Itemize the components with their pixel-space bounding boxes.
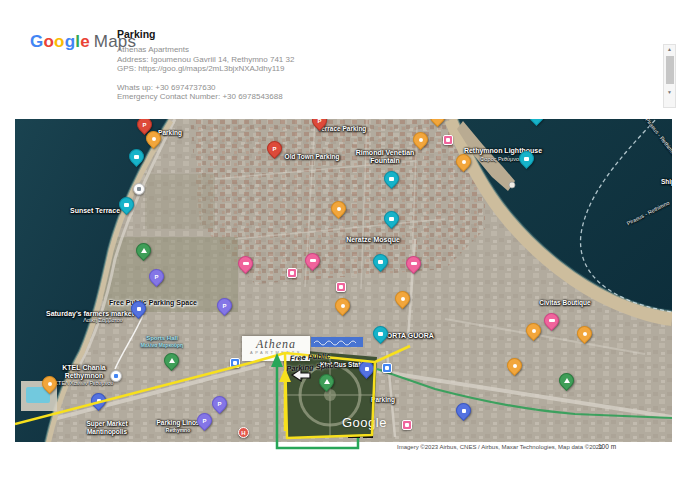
bus-icon: [339, 285, 343, 289]
letter-glyph: P: [268, 142, 281, 155]
attraction-camera-pin[interactable]: [380, 208, 401, 229]
attraction-camera-pin[interactable]: [125, 146, 146, 167]
store-pin[interactable]: [452, 400, 473, 421]
poi-pin-orange[interactable]: [331, 295, 352, 316]
store-pin[interactable]: [87, 390, 108, 411]
poi-pin-orange[interactable]: [426, 119, 447, 127]
letter-glyph: P: [198, 414, 211, 427]
header-info: Parking Athenas ApartmentsAddress: Igoum…: [117, 28, 294, 102]
property-info-lines: Athenas ApartmentsAddress: Igoumenou Gav…: [117, 45, 294, 74]
park-pin[interactable]: [555, 370, 576, 391]
parking-pin-red[interactable]: P: [308, 119, 329, 131]
letter-glyph: H: [239, 428, 248, 437]
hotel-pin[interactable]: [234, 253, 255, 274]
google-logo-letters: Google: [30, 32, 90, 51]
map-attribution: Imagery ©2023 Airbus, CNES / Airbus, Max…: [397, 444, 603, 450]
poi-pin-orange[interactable]: [409, 129, 430, 150]
attraction-camera-pin[interactable]: [369, 251, 390, 272]
attraction-camera-pin[interactable]: [115, 194, 136, 215]
logo-letter: G: [30, 32, 43, 51]
header-info-line: Athenas Apartments: [117, 45, 294, 55]
dot-icon: [400, 297, 404, 301]
park-pin[interactable]: [132, 240, 153, 261]
attraction-camera-pin[interactable]: [515, 148, 536, 169]
letter-glyph: P: [138, 119, 151, 131]
poi-pin-orange[interactable]: [573, 323, 594, 344]
bus-icon: [233, 361, 237, 365]
attraction-camera-pin[interactable]: [369, 323, 390, 344]
hotel-pin[interactable]: [540, 310, 561, 331]
dot-icon: [336, 207, 340, 211]
lodging-marker[interactable]: [336, 282, 346, 292]
dot-icon: [531, 329, 535, 333]
poi-pin-orange[interactable]: [327, 198, 348, 219]
camera-icon: [378, 260, 383, 264]
logo-letter: g: [65, 32, 76, 51]
parking-pin-purple[interactable]: P: [208, 393, 229, 414]
store-pin[interactable]: [355, 358, 376, 379]
parking-pin-purple[interactable]: P: [193, 410, 214, 431]
camera-icon: [124, 203, 129, 207]
bus-icon: [290, 271, 294, 275]
bed-icon: [410, 262, 416, 265]
header-info-line: Address: Igoumenou Gavriil 14, Rethymno …: [117, 55, 294, 65]
lodging-marker[interactable]: [443, 135, 453, 145]
document-page: GoogleMaps Parking Athenas ApartmentsAdd…: [0, 0, 700, 500]
poi-circle-pin[interactable]: [110, 370, 122, 382]
header-info-line: Whats up: +30 6974737630: [117, 83, 294, 93]
camera-icon: [134, 155, 139, 159]
letter-glyph: P: [150, 270, 163, 283]
bus-stop-icon[interactable]: [382, 363, 392, 373]
shopping-icon: [96, 399, 100, 403]
letter-glyph: P: [313, 119, 326, 127]
dot-icon: [461, 160, 465, 164]
tree-icon: [323, 379, 329, 384]
poi-pin-orange[interactable]: [452, 151, 473, 172]
tree-icon: [140, 248, 146, 253]
lodging-marker[interactable]: [287, 268, 297, 278]
parking-pin-purple[interactable]: P: [145, 266, 166, 287]
letter-glyph: P: [218, 299, 231, 312]
poi-pin-orange[interactable]: [503, 355, 524, 376]
dot-icon: [47, 382, 51, 386]
letter-glyph: P: [213, 397, 226, 410]
hospital-marker[interactable]: H: [238, 427, 249, 438]
scroll-down-icon[interactable]: ▼: [664, 88, 675, 97]
bed-icon: [309, 259, 315, 262]
bed-icon: [242, 262, 248, 265]
camera-icon: [524, 157, 529, 161]
poi-pin-orange[interactable]: [522, 320, 543, 341]
satellite-map[interactable]: ParkingTerrace ParkingOld Town ParkingSu…: [15, 119, 672, 442]
store-pin[interactable]: [127, 298, 148, 319]
logo-letter: e: [80, 32, 90, 51]
bus-icon: [114, 374, 118, 378]
park-pin[interactable]: [160, 350, 181, 371]
dot-icon: [512, 364, 516, 368]
poi-icon: [137, 187, 141, 191]
header-info-line: GPS: https://goo.gl/maps/2mL3bjxNXAJdhy1…: [117, 64, 294, 74]
attraction-camera-pin[interactable]: [525, 119, 546, 126]
attraction-camera-pin[interactable]: [380, 168, 401, 189]
parking-pin-purple[interactable]: P: [213, 295, 234, 316]
bus-stop-icon[interactable]: [230, 358, 240, 368]
bus-icon: [385, 366, 389, 370]
shopping-icon: [136, 307, 140, 311]
scroll-up-icon[interactable]: ▲: [664, 45, 675, 54]
lodging-marker[interactable]: [402, 420, 412, 430]
hotel-pin[interactable]: [301, 250, 322, 271]
shopping-icon: [364, 367, 368, 371]
poi-pin-orange[interactable]: [38, 373, 59, 394]
poi-pin-orange[interactable]: [391, 288, 412, 309]
poi-circle-pin[interactable]: [133, 183, 145, 195]
logo-letter: o: [54, 32, 65, 51]
scrollbar[interactable]: ▲ ▼: [663, 44, 676, 108]
camera-icon: [389, 217, 394, 221]
camera-icon: [378, 332, 383, 336]
parking-pin-red[interactable]: P: [263, 138, 284, 159]
park-pin[interactable]: [315, 371, 336, 392]
page-title: Parking: [117, 28, 294, 40]
hotel-pin[interactable]: [402, 253, 423, 274]
scale-text: 100 m: [598, 443, 616, 450]
dot-icon: [418, 138, 422, 142]
scrollbar-thumb[interactable]: [666, 56, 674, 84]
